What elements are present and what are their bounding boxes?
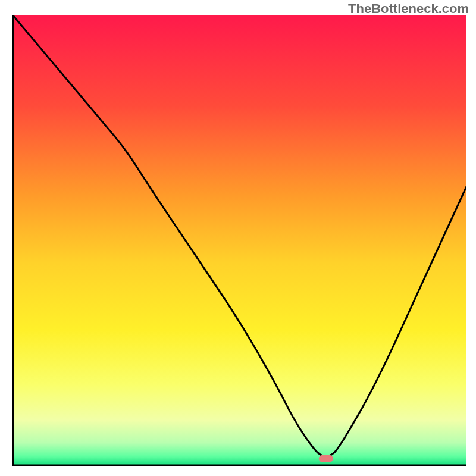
chart-container (12, 15, 466, 466)
chart-svg (12, 15, 466, 466)
watermark-text: TheBottleneck.com (348, 1, 469, 17)
chart-background (13, 15, 466, 465)
optimum-marker (319, 455, 333, 462)
